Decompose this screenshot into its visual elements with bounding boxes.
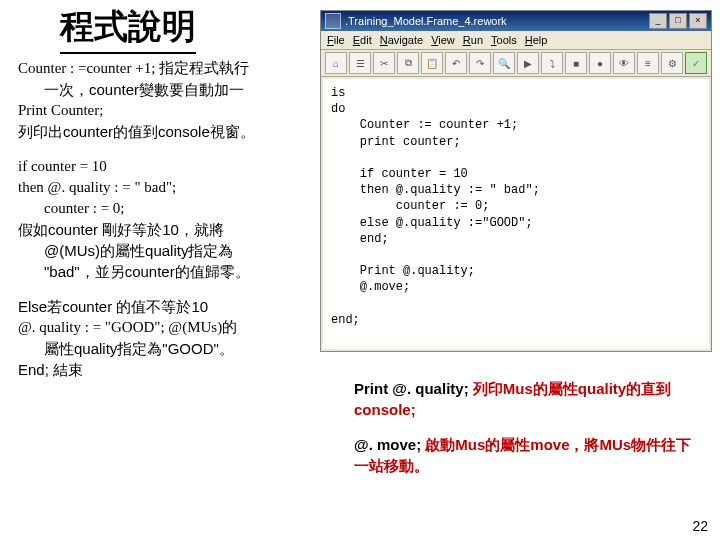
find-icon[interactable]: 🔍 <box>493 52 515 74</box>
p3-line3: counter : = 0; <box>18 198 318 219</box>
menu-view[interactable]: View <box>431 34 455 46</box>
step-icon[interactable]: ⤵ <box>541 52 563 74</box>
p3-line1: if counter = 10 <box>18 156 318 177</box>
tree-icon[interactable]: ≡ <box>637 52 659 74</box>
note-move: @. move; 啟動Mus的屬性move，將MUs物件往下一站移動。 <box>354 434 702 476</box>
p4-line1: 假如counter 剛好等於10，就將 <box>18 219 318 240</box>
cut-icon[interactable]: ✂ <box>373 52 395 74</box>
run-icon[interactable]: ▶ <box>517 52 539 74</box>
p4-line3: "bad"，並另counter的值歸零。 <box>18 261 318 282</box>
redo-icon[interactable]: ↷ <box>469 52 491 74</box>
editor-titlebar[interactable]: .Training_Model.Frame_4.rework _ □ × <box>321 11 711 31</box>
stop-icon[interactable]: ■ <box>565 52 587 74</box>
close-button[interactable]: × <box>689 13 707 29</box>
note-a-black: Print @. quality; <box>354 380 473 397</box>
menu-edit[interactable]: Edit <box>353 34 372 46</box>
paste-icon[interactable]: 📋 <box>421 52 443 74</box>
p4-line2: @(MUs)的屬性quality指定為 <box>18 240 318 261</box>
copy-icon[interactable]: ⧉ <box>397 52 419 74</box>
menu-bar: File Edit Navigate View Run Tools Help <box>321 31 711 50</box>
code-editor-window: .Training_Model.Frame_4.rework _ □ × Fil… <box>320 10 712 352</box>
note-print-quality: Print @. quality; 列印Mus的屬性quality的直到cons… <box>354 378 702 420</box>
code-textarea[interactable]: is do Counter := counter +1; print count… <box>323 79 709 349</box>
watch-icon[interactable]: 👁 <box>613 52 635 74</box>
window-title: .Training_Model.Frame_4.rework <box>345 15 507 27</box>
para-5: Else若counter 的值不等於10 @. quality : = "GOO… <box>18 296 318 380</box>
para-3: if counter = 10 then @. quality : = " ba… <box>18 156 318 282</box>
window-buttons: _ □ × <box>649 13 707 29</box>
page-number: 22 <box>692 518 708 534</box>
p3-line2: then @. quality : = " bad"; <box>18 177 318 198</box>
maximize-button[interactable]: □ <box>669 13 687 29</box>
settings-icon[interactable]: ⚙ <box>661 52 683 74</box>
p5-line2: @. quality : = "GOOD"; @(MUs)的 <box>18 317 318 338</box>
p5-line1: Else若counter 的值不等於10 <box>18 296 318 317</box>
breakpoint-icon[interactable]: ● <box>589 52 611 74</box>
p2-line1: Print Counter; <box>18 100 318 121</box>
open-icon[interactable]: ☰ <box>349 52 371 74</box>
slide-title: 程式說明 <box>60 4 196 54</box>
p2-line2: 列印出counter的值到console視窗。 <box>18 121 318 142</box>
p5-line4: End; 結束 <box>18 359 318 380</box>
menu-file[interactable]: File <box>327 34 345 46</box>
menu-navigate[interactable]: Navigate <box>380 34 423 46</box>
p5-line3: 屬性quality指定為"GOOD"。 <box>18 338 318 359</box>
toolbar: ⌂ ☰ ✂ ⧉ 📋 ↶ ↷ 🔍 ▶ ⤵ ■ ● 👁 ≡ ⚙ ✓ <box>321 50 711 77</box>
ok-icon[interactable]: ✓ <box>685 52 707 74</box>
note-b-black: @. move; <box>354 436 425 453</box>
bottom-right-notes: Print @. quality; 列印Mus的屬性quality的直到cons… <box>354 378 702 490</box>
home-icon[interactable]: ⌂ <box>325 52 347 74</box>
left-column: Counter : =counter +1; 指定程式執行 一次，counter… <box>18 58 318 394</box>
menu-tools[interactable]: Tools <box>491 34 517 46</box>
menu-help[interactable]: Help <box>525 34 548 46</box>
minimize-button[interactable]: _ <box>649 13 667 29</box>
undo-icon[interactable]: ↶ <box>445 52 467 74</box>
p1-line1: Counter : =counter +1; 指定程式執行 <box>18 58 318 79</box>
p1-indent: 一次，counter變數要自動加一 <box>18 79 318 100</box>
para-1: Counter : =counter +1; 指定程式執行 一次，counter… <box>18 58 318 142</box>
menu-run[interactable]: Run <box>463 34 483 46</box>
app-icon <box>325 13 341 29</box>
